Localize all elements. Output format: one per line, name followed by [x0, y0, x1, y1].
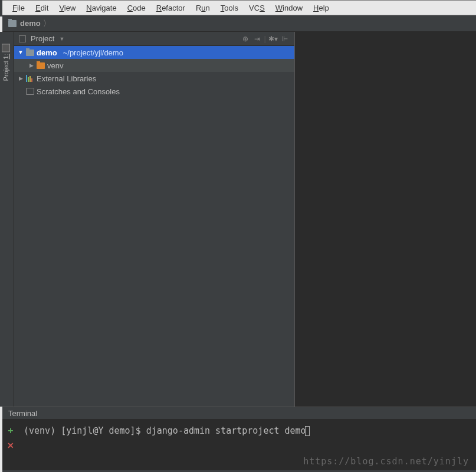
main-area: Project 1: Project ▼ ⊕ ⇥ | ✱▾ ⊩ ▼ demo ~…	[0, 32, 476, 407]
terminal-content[interactable]: (venv) [yinjl@Y demo]$ django-admin star…	[19, 420, 476, 470]
folder-icon	[8, 20, 17, 27]
terminal-tab[interactable]: Terminal	[2, 407, 476, 420]
menu-edit[interactable]: Edit	[30, 2, 54, 14]
collapse-arrow-icon[interactable]: ▶	[18, 75, 24, 81]
hide-icon[interactable]: ⊩	[280, 34, 290, 44]
terminal-panel: + ✕ (venv) [yinjl@Y demo]$ django-admin …	[2, 420, 476, 470]
tree-root[interactable]: ▼ demo ~/project/yjl/demo	[14, 46, 294, 59]
menu-navigate[interactable]: Navigate	[81, 2, 122, 14]
project-tab-number: 1:	[2, 54, 9, 59]
project-icon	[2, 44, 10, 52]
separator: |	[264, 34, 266, 43]
project-panel-title[interactable]: Project	[31, 34, 54, 43]
tree-extlib-label: External Libraries	[37, 74, 96, 83]
tree-external-libraries[interactable]: ▶ External Libraries	[14, 72, 294, 85]
project-view-icon	[19, 35, 26, 42]
tree-scratches[interactable]: Scratches and Consoles	[14, 85, 294, 98]
expand-arrow-icon[interactable]: ▼	[18, 49, 24, 55]
tree-root-label: demo	[37, 48, 57, 57]
terminal-title: Terminal	[8, 409, 37, 418]
menu-refactor[interactable]: Refactor	[151, 2, 191, 14]
scratches-icon	[26, 88, 34, 95]
terminal-gutter: + ✕	[2, 420, 19, 470]
project-tool-tab[interactable]: Project 1:	[2, 44, 10, 81]
chevron-right-icon: 〉	[43, 18, 51, 29]
menu-window[interactable]: Window	[270, 2, 308, 14]
tree-root-path: ~/project/yjl/demo	[63, 48, 123, 57]
tree-venv[interactable]: ▶ venv	[14, 59, 294, 72]
folder-icon	[26, 49, 34, 56]
collapse-arrow-icon[interactable]: ▶	[28, 62, 34, 68]
watermark: https://blog.csdn.net/yinjly	[303, 456, 469, 467]
menu-file[interactable]: File	[7, 2, 30, 14]
collapse-icon[interactable]: ⇥	[252, 34, 262, 44]
new-session-button[interactable]: +	[8, 425, 13, 436]
project-tab-label: Project	[2, 61, 9, 81]
chevron-down-icon[interactable]: ▼	[59, 36, 64, 42]
menu-help[interactable]: Help	[308, 2, 334, 14]
library-icon	[26, 75, 34, 82]
breadcrumb: demo 〉	[2, 15, 476, 32]
editor-area	[295, 32, 476, 407]
close-session-button[interactable]: ✕	[7, 441, 14, 450]
tree-scratches-label: Scratches and Consoles	[37, 87, 120, 96]
project-tree[interactable]: ▼ demo ~/project/yjl/demo ▶ venv ▶ Exter…	[14, 46, 294, 407]
menu-run[interactable]: Run	[191, 2, 215, 14]
project-panel: Project ▼ ⊕ ⇥ | ✱▾ ⊩ ▼ demo ~/project/yj…	[14, 32, 295, 407]
menu-view[interactable]: View	[54, 2, 81, 14]
main-menu-bar: File Edit View Navigate Code Refactor Ru…	[2, 0, 476, 15]
cursor-icon	[305, 426, 310, 436]
folder-icon	[37, 62, 45, 69]
menu-vcs[interactable]: VCS	[244, 2, 270, 14]
tree-venv-label: venv	[47, 61, 63, 70]
menu-tools[interactable]: Tools	[215, 2, 244, 14]
gear-icon[interactable]: ✱▾	[268, 34, 278, 44]
project-panel-header: Project ▼ ⊕ ⇥ | ✱▾ ⊩	[14, 32, 294, 46]
breadcrumb-project[interactable]: demo	[20, 19, 41, 28]
target-icon[interactable]: ⊕	[241, 34, 250, 44]
terminal-line: (venv) [yinjl@Y demo]$ django-admin star…	[24, 425, 306, 436]
menu-code[interactable]: Code	[122, 2, 151, 14]
tool-window-bar-left: Project 1:	[0, 32, 14, 407]
